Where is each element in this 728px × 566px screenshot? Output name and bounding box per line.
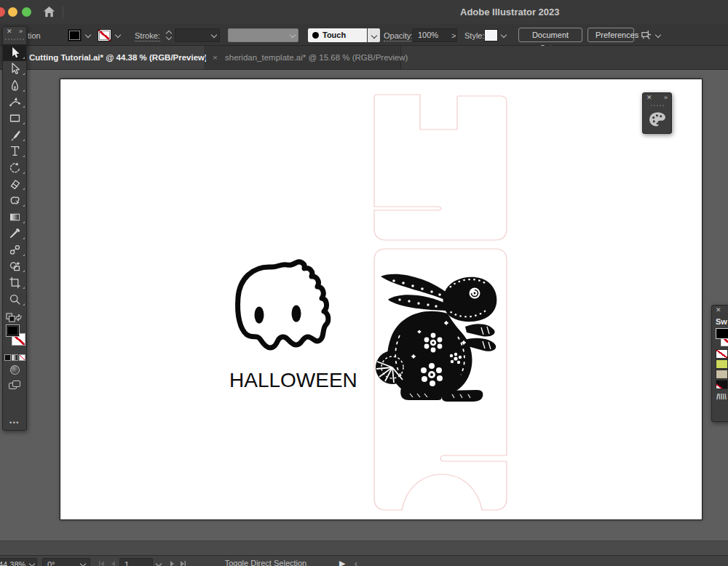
status-back-icon[interactable]: ‹	[355, 559, 357, 566]
tab-sheridan-template[interactable]: × sheridan_template.ai* @ 15.68 % (RGB/P…	[206, 46, 401, 69]
style-label: Style:	[464, 31, 485, 40]
tool-flyout-corner	[23, 89, 25, 92]
home-icon[interactable]	[42, 5, 56, 22]
fill-color-chevron-icon[interactable]	[85, 33, 90, 38]
toolbar-drag-handle[interactable]	[3, 36, 26, 41]
swatches-close-icon[interactable]: ✕	[716, 306, 721, 314]
direct-selection-tool-icon	[9, 63, 21, 75]
next-artboard-icon[interactable]	[168, 559, 177, 566]
rabbit-artwork[interactable]	[376, 274, 496, 402]
document-setup-button[interactable]: Document Setup	[518, 28, 582, 42]
green-swatch[interactable]	[716, 359, 728, 369]
gradient-tool[interactable]	[3, 209, 26, 226]
tan-swatch[interactable]	[716, 370, 728, 379]
pen-tool[interactable]	[3, 77, 26, 94]
direct-selection-tool[interactable]	[3, 61, 26, 78]
swatches-fill-stroke	[712, 327, 728, 349]
stroke-weight-chevron-icon[interactable]	[211, 33, 216, 38]
stroke-weight-stepper[interactable]	[166, 29, 173, 41]
stroke-color-chevron-icon[interactable]	[115, 33, 120, 38]
rectangle-tool[interactable]	[3, 110, 26, 127]
template-top-outline[interactable]	[374, 95, 507, 240]
tool-flyout-corner	[23, 270, 25, 272]
control-extra-chevron-icon[interactable]	[655, 33, 660, 38]
style-chevron-icon[interactable]	[501, 33, 506, 38]
preferences-button[interactable]: Preferences	[587, 28, 634, 42]
shaper-tool-icon	[9, 194, 21, 207]
touch-bar-dot-icon	[312, 32, 319, 39]
ghost-artwork[interactable]	[238, 262, 328, 348]
tab-close-icon[interactable]: ×	[213, 46, 218, 69]
color-panel-expand-icon[interactable]: »	[664, 94, 668, 102]
traffic-light-zoom[interactable]	[22, 7, 31, 17]
artboard[interactable]: HALLOWEEN	[60, 79, 703, 520]
touch-bar-button[interactable]: Touch Call...	[308, 28, 367, 42]
gradient-chip[interactable]	[12, 354, 18, 361]
swatches-fill-indicator[interactable]	[716, 328, 728, 339]
zoom-tool[interactable]	[3, 291, 26, 308]
toolbar-expand-icon[interactable]: »	[19, 28, 23, 36]
toolbar-close-icon[interactable]: ✕	[7, 28, 12, 36]
traffic-light-minimize[interactable]	[8, 7, 17, 17]
document-canvas[interactable]: HALLOWEEN	[0, 70, 728, 541]
blend-tool[interactable]	[3, 242, 26, 258]
selection-tool-icon	[9, 47, 21, 59]
eyedropper-tool[interactable]	[3, 226, 26, 242]
artboard-number-field[interactable]: 1	[119, 558, 153, 566]
tab-cutting-tutorial[interactable]: Cutting Tutorial.ai* @ 44.38 % (RGB/Prev…	[22, 46, 205, 69]
blend-tool-icon	[9, 244, 21, 256]
none-chip[interactable]	[19, 354, 25, 361]
toolbar-panel-header: ✕ »	[3, 27, 26, 36]
horizontal-scrollbar-track[interactable]	[0, 541, 728, 555]
curvature-tool[interactable]	[3, 94, 26, 111]
type-tool[interactable]	[3, 143, 26, 160]
paintbrush-tool[interactable]	[3, 127, 26, 143]
brush-definition-chevron-icon[interactable]	[290, 33, 295, 38]
eyedropper-tool-icon	[9, 227, 21, 239]
artboard-tool[interactable]	[3, 274, 26, 291]
artboard-number-chevron-icon[interactable]	[156, 562, 161, 566]
color-panel-drag-handle[interactable]	[643, 103, 671, 108]
black-none-swatch[interactable]	[716, 380, 728, 389]
selection-tool[interactable]	[3, 44, 26, 61]
curvature-tool-icon	[9, 96, 21, 108]
none-swatch[interactable]	[716, 349, 728, 359]
edit-toolbar-button[interactable]: •••	[3, 419, 26, 426]
rotation-chevron-icon[interactable]	[80, 562, 85, 566]
zoom-level-chevron-icon[interactable]	[29, 562, 34, 566]
color-panel-header: ✕ »	[643, 93, 671, 103]
color-panel-close-icon[interactable]: ✕	[646, 94, 652, 102]
brush-definition-field[interactable]	[228, 28, 298, 42]
tool-flyout-corner	[23, 188, 25, 190]
screen-mode-button[interactable]	[9, 380, 20, 389]
eraser-tool-icon	[9, 178, 21, 191]
tool-flyout-corner	[23, 122, 25, 124]
opacity-expand-arrow[interactable]: >	[451, 31, 456, 40]
eraser-tool[interactable]	[3, 176, 26, 193]
shape-builder-tool-icon	[9, 260, 21, 273]
opacity-field[interactable]: 100%	[412, 28, 457, 42]
draw-mode-button[interactable]	[10, 365, 20, 375]
status-play-icon[interactable]: ▶	[339, 559, 345, 566]
isolate-selection-icon[interactable]	[640, 29, 652, 44]
touch-bar-chevron[interactable]	[368, 28, 380, 42]
opacity-label[interactable]: Opacity:	[384, 31, 413, 41]
style-swatch[interactable]	[484, 29, 498, 41]
fill-indicator[interactable]	[6, 324, 20, 337]
home-icon-glyph	[42, 5, 56, 19]
rotate-tool[interactable]	[3, 159, 26, 176]
stroke-color-swatch[interactable]	[98, 29, 111, 41]
palette-icon[interactable]	[648, 111, 667, 131]
shape-builder-tool[interactable]	[3, 258, 26, 275]
swatches-panel-header: ✕	[712, 306, 728, 315]
halloween-label[interactable]: HALLOWEEN	[229, 369, 349, 392]
stroke-weight-label[interactable]: Stroke:	[135, 31, 160, 41]
first-artboard-icon[interactable]	[97, 559, 106, 566]
swatch-libraries-icon[interactable]: l\\\\	[712, 390, 728, 401]
fill-color-swatch[interactable]	[68, 29, 82, 41]
shaper-tool[interactable]	[3, 192, 26, 209]
color-chip[interactable]	[4, 354, 11, 361]
tool-flyout-corner	[23, 254, 25, 256]
previous-artboard-icon[interactable]	[108, 559, 117, 566]
traffic-light-close[interactable]	[0, 7, 5, 17]
